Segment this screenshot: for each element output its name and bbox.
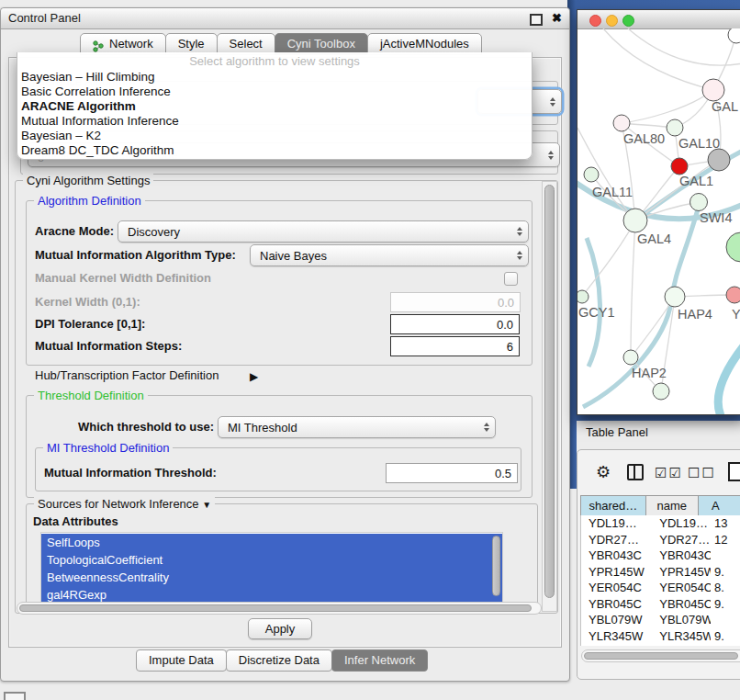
- zoom-window-button[interactable]: [622, 15, 634, 27]
- table-cell: YIL052C: [652, 644, 711, 646]
- document-icon[interactable]: [728, 462, 740, 481]
- screen: Control Panel ✖ Network Style Se: [0, 0, 740, 700]
- tab-impute-data[interactable]: Impute Data: [136, 649, 227, 672]
- algorithm-option[interactable]: Basic Correlation Inference: [17, 85, 532, 99]
- data-attribute-item[interactable]: TopologicalCoefficient: [41, 551, 502, 569]
- network-node[interactable]: [577, 290, 589, 303]
- dpi-tolerance-label: DPI Tolerance [0,1]:: [35, 314, 145, 334]
- network-window-titlebar: [577, 10, 740, 29]
- table-cell: 9.: [711, 564, 740, 581]
- kernel-width-input[interactable]: [390, 292, 521, 312]
- table-cell: 12: [711, 532, 740, 548]
- hub-expand-arrow-icon[interactable]: ▶: [250, 367, 258, 387]
- algorithm-option[interactable]: Bayesian – Hill Climbing: [17, 70, 532, 85]
- settings-hscrollbar[interactable]: [17, 602, 542, 615]
- network-node[interactable]: [728, 28, 740, 43]
- dpi-tolerance-input[interactable]: [390, 314, 520, 334]
- network-node-label: HAP2: [632, 366, 667, 380]
- network-canvas[interactable]: GALGAL80GAL10GAL1GAL11GAL4SWI4GCY1HAP4YH…: [577, 28, 740, 414]
- column-header-name[interactable]: name: [646, 496, 699, 516]
- algorithm-popup-list: Bayesian – Hill ClimbingBasic Correlatio…: [17, 70, 532, 158]
- table-row[interactable]: YDL19…YDL19…13: [581, 515, 740, 532]
- network-node[interactable]: [708, 149, 730, 171]
- manual-kernel-checkbox[interactable]: [504, 272, 518, 286]
- table-row[interactable]: YIL052CYIL052C9: [581, 644, 740, 646]
- table-hscrollbar[interactable]: [581, 649, 740, 662]
- network-node[interactable]: [653, 383, 669, 400]
- float-window-button[interactable]: [530, 14, 543, 26]
- network-node[interactable]: [623, 209, 647, 232]
- which-threshold-label: Which threshold to use:: [78, 416, 214, 438]
- network-node[interactable]: [584, 167, 599, 182]
- table-row[interactable]: YBL079WYBL079W: [581, 612, 740, 628]
- table-cell: [711, 612, 740, 628]
- tab-discretize-data-label: Discretize Data: [239, 650, 320, 671]
- settings-scrollbar[interactable]: [542, 181, 557, 612]
- algorithm-option[interactable]: Dream8 DC_TDC Algorithm: [17, 143, 532, 158]
- table-row[interactable]: YLR345WYLR345W9.: [581, 628, 740, 645]
- deselect-all-checkboxes-icon[interactable]: ☐☐: [688, 465, 716, 481]
- network-node[interactable]: [613, 115, 630, 131]
- table-cell: YPR145W: [581, 564, 652, 581]
- data-attribute-item[interactable]: SelfLoops: [41, 534, 502, 551]
- table-cell: YBL079W: [652, 612, 711, 628]
- minimize-window-button[interactable]: [606, 15, 618, 27]
- data-attribute-item[interactable]: BetweennessCentrality: [41, 569, 502, 586]
- table-row[interactable]: YBR045CYBR045C9.: [581, 596, 740, 613]
- select-all-checkboxes-icon[interactable]: ☑☑: [655, 465, 683, 481]
- column-header-third[interactable]: A: [699, 496, 740, 516]
- network-node[interactable]: [726, 287, 740, 303]
- network-node[interactable]: [665, 287, 685, 307]
- table-cell: YBR043C: [652, 548, 711, 564]
- threshold-definition-title: Threshold Definition: [34, 389, 148, 402]
- network-view-window: GALGAL80GAL10GAL1GAL11GAL4SWI4GCY1HAP4YH…: [577, 9, 740, 415]
- mi-steps-label: Mutual Information Steps:: [35, 336, 182, 356]
- mi-algorithm-type-combo[interactable]: Naive Bayes: [250, 244, 529, 266]
- attributes-scrollbar-thumb[interactable]: [492, 536, 500, 596]
- network-node[interactable]: [671, 158, 688, 175]
- table-row[interactable]: YER054CYER054C8.: [581, 580, 740, 596]
- close-panel-button[interactable]: ✖: [552, 12, 562, 25]
- tab-infer-network[interactable]: Infer Network: [331, 649, 428, 672]
- mi-threshold-input[interactable]: [386, 463, 518, 483]
- which-threshold-combo[interactable]: MI Threshold: [218, 416, 496, 438]
- algorithm-option[interactable]: Bayesian – K2: [17, 129, 532, 143]
- table-row[interactable]: YPR145WYPR145W9.: [581, 564, 740, 581]
- table-cell: YBR045C: [652, 596, 711, 613]
- aracne-mode-label: Aracne Mode:: [35, 220, 114, 243]
- tab-infer-network-label: Infer Network: [344, 650, 415, 671]
- close-window-button[interactable]: [589, 15, 601, 27]
- table-cell: 8.: [711, 580, 740, 596]
- table-cell: YER054C: [581, 580, 652, 596]
- sources-collapse-arrow-icon[interactable]: ▼: [202, 500, 211, 510]
- algorithm-option[interactable]: Mutual Information Inference: [17, 114, 532, 129]
- column-view-icon[interactable]: [627, 464, 644, 480]
- network-node[interactable]: [667, 119, 683, 136]
- data-attributes-list[interactable]: SelfLoopsTopologicalCoefficientBetweenne…: [40, 532, 503, 607]
- tab-discretize-data[interactable]: Discretize Data: [226, 649, 332, 672]
- table-body: YDL19…YDL19…13YDR27…YDR27…12YBR043CYBR04…: [580, 515, 740, 646]
- network-node[interactable]: [690, 194, 708, 211]
- table-cell: 9.: [711, 628, 740, 645]
- apply-button[interactable]: Apply: [248, 618, 312, 639]
- sources-group-title: Sources for Network Inference: [38, 497, 199, 511]
- table-row[interactable]: YBR043CYBR043C: [581, 548, 740, 564]
- minimized-panel-icon[interactable]: [4, 692, 26, 700]
- settings-hscrollbar-thumb[interactable]: [19, 604, 532, 612]
- table-row[interactable]: YDR27…YDR27…12: [581, 532, 740, 548]
- network-node[interactable]: [702, 79, 724, 101]
- mi-steps-input[interactable]: [390, 336, 520, 356]
- network-node[interactable]: [726, 232, 740, 262]
- bottom-tabstrip: Impute Data Discretize Data Infer Networ…: [136, 649, 427, 672]
- table-hscrollbar-thumb[interactable]: [584, 652, 738, 660]
- network-node-label: SWI4: [700, 210, 732, 225]
- network-node[interactable]: [623, 350, 638, 365]
- tab-network-label: Network: [109, 34, 153, 54]
- settings-scrollbar-thumb[interactable]: [544, 185, 555, 598]
- table-cell: YBR045C: [581, 596, 652, 613]
- aracne-mode-combo[interactable]: Discovery: [118, 220, 529, 243]
- table-cell: 9: [711, 644, 740, 646]
- column-header-shared-name[interactable]: shared…: [581, 496, 646, 516]
- gear-icon[interactable]: ⚙: [596, 462, 611, 482]
- algorithm-option[interactable]: ARACNE Algorithm: [17, 99, 532, 114]
